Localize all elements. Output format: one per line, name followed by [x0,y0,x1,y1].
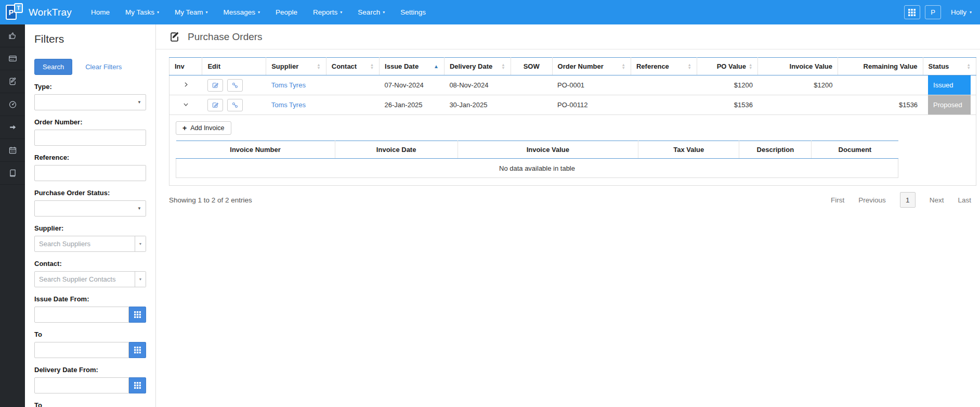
rail-item-approvals[interactable] [0,24,25,47]
supplier-combobox[interactable]: Search Suppliers ▼ [34,236,146,252]
type-select[interactable]: ▼ [34,94,146,110]
next-page-link[interactable]: Next [930,196,944,204]
combobox-caret-icon[interactable]: ▼ [135,272,146,287]
reference-cell [631,75,697,95]
supplier-placeholder: Search Suppliers [35,240,135,248]
sort-icon: ▲▼ [501,63,505,69]
logo-t: T [14,3,23,13]
last-page-link[interactable]: Last [958,196,971,204]
order-number-cell: PO-00112 [552,95,631,115]
brand[interactable]: P T WorkTray [5,3,72,22]
col-contact[interactable]: Contact▲▼ [326,58,379,75]
main-area: Purchase Orders Inv Edit [156,24,980,407]
no-data-message: No data available in table [176,159,898,178]
nav-messages[interactable]: Messages▾ [215,0,268,24]
pagination-info: Showing 1 to 2 of 2 entries [169,196,252,204]
add-invoice-button[interactable]: + Add Invoice [176,121,231,135]
current-page-button[interactable]: 1 [900,192,916,208]
delivery-date-from-calendar-button[interactable] [129,377,146,393]
rail-item-dashboard[interactable] [0,93,25,116]
page-title: Purchase Orders [188,31,263,43]
pagination: Showing 1 to 2 of 2 entries First Previo… [169,186,976,208]
nav-settings[interactable]: Settings [393,0,434,24]
nav-reports[interactable]: Reports▾ [305,0,350,24]
sort-icon: ▲▼ [317,63,320,69]
rail-item-calendar[interactable] [0,139,25,162]
issue-date-from-input[interactable] [34,307,129,323]
filter-issue-date-to: To [34,330,146,358]
app-root: P T WorkTray Home My Tasks▾ My Team▾ Mes… [0,0,980,407]
caret-down-icon: ▾ [157,10,159,15]
content: Inv Edit Supplier▲▼ Contact▲▼ Issue Date… [156,49,980,208]
delivery-date-from-input[interactable] [34,377,129,393]
edit-po-button[interactable] [207,79,223,92]
issue-date-cell: 07-Nov-2024 [380,75,445,95]
collapse-row-button[interactable] [181,100,190,110]
nav-home[interactable]: Home [83,0,117,24]
expand-row-button[interactable] [181,80,190,91]
clear-filters-link[interactable]: Clear Filters [85,63,122,71]
first-page-link[interactable]: First [831,196,844,204]
invoices-empty-row: No data available in table [176,159,898,178]
combobox-caret-icon[interactable]: ▼ [135,236,146,251]
sort-icon: ▲▼ [749,63,752,69]
link-po-button[interactable] [227,79,243,92]
reference-input[interactable] [34,165,146,181]
col-status[interactable]: Status▲▼ [923,58,976,75]
issue-date-to-calendar-button[interactable] [129,342,146,358]
nav-people[interactable]: People [268,0,305,24]
invoice-value-cell: $1200 [758,75,838,95]
col-po-value[interactable]: PO Value▲▼ [697,58,758,75]
apps-grid-button[interactable] [904,5,920,19]
col-issue-date[interactable]: Issue Date▲ [380,58,445,75]
col-order-number[interactable]: Order Number▲▼ [552,58,631,75]
issue-date-to-input[interactable] [34,342,129,358]
contact-label: Contact: [34,260,146,268]
supplier-link[interactable]: Toms Tyres [271,101,306,109]
supplier-link[interactable]: Toms Tyres [271,81,306,89]
select-caret-icon: ▼ [137,100,141,105]
po-row-1: Toms Tyres 07-Nov-2024 08-Nov-2024 PO-00… [169,75,976,95]
rail-item-journal[interactable] [0,162,25,185]
po-status-select[interactable]: ▼ [34,200,146,217]
add-invoice-label: Add Invoice [190,124,224,132]
nav-my-team[interactable]: My Team▾ [167,0,216,24]
search-button[interactable]: Search [34,59,72,75]
edit-pencil-icon [212,101,219,109]
col-delivery-date[interactable]: Delivery Date▲▼ [444,58,511,75]
nav-search[interactable]: Search▾ [350,0,393,24]
link-icon [231,82,239,89]
po-row-2-expansion: + Add Invoice [169,115,976,186]
rail-item-purchase-orders[interactable] [0,70,25,93]
rail-item-payments[interactable] [0,47,25,70]
page-header: Purchase Orders [156,24,980,49]
issue-date-from-calendar-button[interactable] [129,307,146,323]
nav-my-team-label: My Team [175,8,203,16]
col-invoice-value: Invoice Value [758,58,838,75]
nav-home-label: Home [91,8,110,16]
col-reference[interactable]: Reference▲▼ [631,58,697,75]
issue-date-to-label: To [34,330,146,338]
profile-initial: P [931,8,935,16]
brand-name: WorkTray [29,7,72,18]
nav-my-tasks[interactable]: My Tasks▾ [117,0,167,24]
contact-combobox[interactable]: Search Supplier Contacts ▼ [34,271,146,287]
col-supplier[interactable]: Supplier▲▼ [266,58,326,75]
invoices-header-row: Invoice Number Invoice Date Invoice Valu… [176,141,898,159]
arrow-right-icon [8,123,17,132]
po-value-cell: $1200 [697,75,758,95]
order-number-label: Order Number: [34,118,146,126]
rail-item-go[interactable] [0,116,25,139]
link-po-button[interactable] [227,99,243,111]
contact-cell [326,95,379,115]
profile-initial-button[interactable]: P [925,5,941,19]
user-menu[interactable]: Holly▾ [951,8,972,16]
previous-page-link[interactable]: Previous [858,196,886,204]
caret-down-icon: ▾ [383,10,385,15]
gauge-icon [8,100,17,109]
grid-icon [908,9,916,16]
remaining-value-cell: $1536 [838,95,923,115]
filter-issue-date-from: Issue Date From: [34,295,146,323]
edit-po-button[interactable] [207,99,223,111]
order-number-input[interactable] [34,130,146,146]
